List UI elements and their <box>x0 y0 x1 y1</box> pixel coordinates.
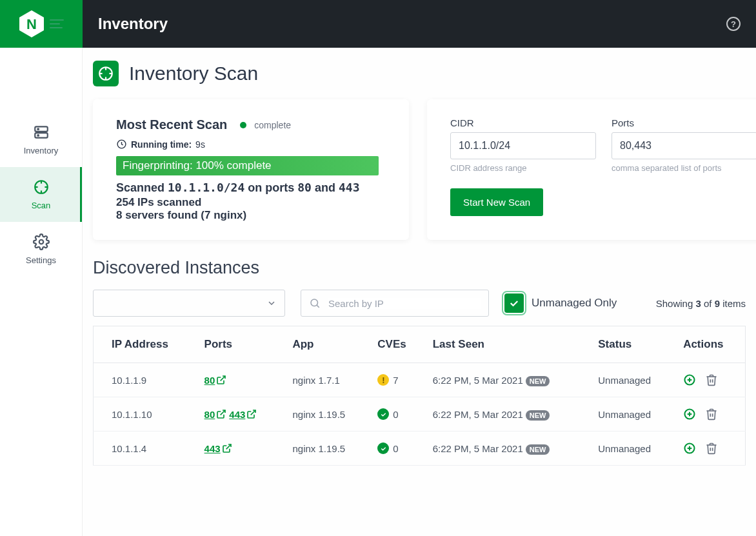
sidebar-item-label: Inventory <box>24 146 58 155</box>
col-actions: Actions <box>675 326 745 363</box>
cell-app: nginx 1.19.5 <box>284 432 370 466</box>
col-ip: IP Address <box>94 326 197 363</box>
external-link-icon <box>246 409 257 419</box>
cell-app: nginx 1.7.1 <box>284 363 370 397</box>
cell-status: Unmanaged <box>590 397 675 432</box>
table-row: 10.1.1.4443 nginx 1.19.506:22 PM, 5 Mar … <box>94 432 746 466</box>
instances-table: IP Address Ports App CVEs Last Seen Stat… <box>93 326 746 466</box>
col-last-seen: Last Seen <box>425 326 591 363</box>
svg-point-5 <box>37 135 39 136</box>
status-dot-icon <box>240 122 246 128</box>
new-badge: NEW <box>526 376 550 386</box>
server-icon <box>33 124 50 141</box>
crosshair-icon <box>33 179 50 195</box>
unmanaged-only-checkbox[interactable] <box>504 293 524 313</box>
cell-ip: 10.1.1.9 <box>94 363 197 397</box>
page-title: Inventory Scan <box>129 63 258 84</box>
port-link[interactable]: 80 <box>204 409 227 420</box>
delete-instance-button[interactable] <box>705 373 718 386</box>
sidebar-item-label: Settings <box>26 255 56 265</box>
external-link-icon <box>216 409 226 419</box>
delete-instance-button[interactable] <box>705 442 718 455</box>
col-status: Status <box>590 326 675 363</box>
scan-card-title: Most Recent Scan <box>116 117 227 132</box>
port-link[interactable]: 80 <box>204 375 227 386</box>
cve-ok-icon <box>377 408 389 420</box>
cell-ports: 80 <box>197 363 285 397</box>
gear-icon <box>33 233 50 250</box>
col-ports: Ports <box>197 326 285 363</box>
col-app: App <box>284 326 370 363</box>
svg-line-19 <box>317 305 319 307</box>
external-link-icon <box>222 443 232 453</box>
unmanaged-only-label: Unmanaged Only <box>532 297 617 310</box>
col-cves: CVEs <box>370 326 424 363</box>
check-icon <box>508 297 520 309</box>
chevron-down-icon <box>266 298 277 308</box>
table-row: 10.1.1.980 nginx 1.7.1!76:22 PM, 5 Mar 2… <box>94 363 746 397</box>
cell-ports: 443 <box>197 432 285 466</box>
cell-status: Unmanaged <box>590 363 675 397</box>
add-instance-button[interactable] <box>683 442 696 455</box>
add-instance-button[interactable] <box>683 408 696 421</box>
cell-ports: 80 443 <box>197 397 285 432</box>
top-bar-title: Inventory <box>98 15 168 33</box>
cve-count: 0 <box>393 443 398 454</box>
new-badge: NEW <box>526 444 550 455</box>
sidebar-item-settings[interactable]: Settings <box>0 222 82 277</box>
sidebar-item-label: Scan <box>32 201 51 210</box>
cell-actions <box>675 363 745 397</box>
cell-status: Unmanaged <box>590 432 675 466</box>
cidr-label: CIDR <box>450 117 596 128</box>
progress-bar: Fingerprinting: 100% complete <box>116 156 379 175</box>
start-new-scan-button[interactable]: Start New Scan <box>450 188 543 216</box>
svg-text:N: N <box>26 16 37 32</box>
ports-hint: comma separated list of ports <box>612 163 756 173</box>
sidebar-item-scan[interactable]: Scan <box>0 167 82 222</box>
search-icon <box>309 297 321 309</box>
sidebar-item-inventory[interactable]: Inventory <box>0 112 82 167</box>
filter-select[interactable] <box>93 290 285 317</box>
scan-status-text: complete <box>254 120 291 130</box>
brand-logo-area: N <box>0 0 83 48</box>
search-input-field[interactable] <box>328 298 481 309</box>
ports-label: Ports <box>612 117 756 128</box>
ips-scanned-text: 254 IPs scanned <box>116 196 386 209</box>
cell-last-seen: 6:22 PM, 5 Mar 2021NEW <box>425 363 591 397</box>
svg-rect-2 <box>35 126 48 132</box>
menu-toggle-icon[interactable] <box>50 19 64 28</box>
cell-ip: 10.1.1.10 <box>94 397 197 432</box>
port-link[interactable]: 443 <box>229 409 257 420</box>
help-icon[interactable]: ? <box>726 17 741 31</box>
cell-actions <box>675 432 745 466</box>
search-by-ip-input[interactable] <box>301 290 489 317</box>
cidr-input[interactable] <box>450 132 596 159</box>
servers-found-text: 8 servers found (7 nginx) <box>116 209 386 222</box>
cidr-hint: CIDR address range <box>450 163 596 173</box>
nginx-hex-logo-icon: N <box>19 10 45 38</box>
main-content: Inventory Scan Most Recent Scan complete… <box>83 48 756 536</box>
port-link[interactable]: 443 <box>204 443 232 454</box>
cell-cves: !7 <box>370 363 424 397</box>
add-instance-button[interactable] <box>683 373 696 386</box>
new-badge: NEW <box>526 410 550 421</box>
discovered-instances-title: Discovered Instances <box>93 258 746 278</box>
cell-actions <box>675 397 745 432</box>
running-time-label: Running time: <box>131 139 192 150</box>
cve-count: 0 <box>393 409 398 420</box>
external-link-icon <box>216 375 226 385</box>
cve-ok-icon <box>377 442 389 454</box>
top-bar: Inventory ? <box>83 0 756 48</box>
clock-icon <box>116 139 127 150</box>
svg-point-4 <box>37 128 39 130</box>
cell-ip: 10.1.1.4 <box>94 432 197 466</box>
showing-count-text: Showing 3 of 9 items <box>656 298 746 309</box>
delete-instance-button[interactable] <box>705 408 718 421</box>
cell-last-seen: 6:22 PM, 5 Mar 2021NEW <box>425 432 591 466</box>
ports-input[interactable] <box>612 132 756 159</box>
cell-cves: 0 <box>370 432 424 466</box>
cell-cves: 0 <box>370 397 424 432</box>
page-title-crosshair-icon <box>93 61 119 86</box>
table-row: 10.1.1.1080 443 nginx 1.19.506:22 PM, 5 … <box>94 397 746 432</box>
cell-app: nginx 1.19.5 <box>284 397 370 432</box>
